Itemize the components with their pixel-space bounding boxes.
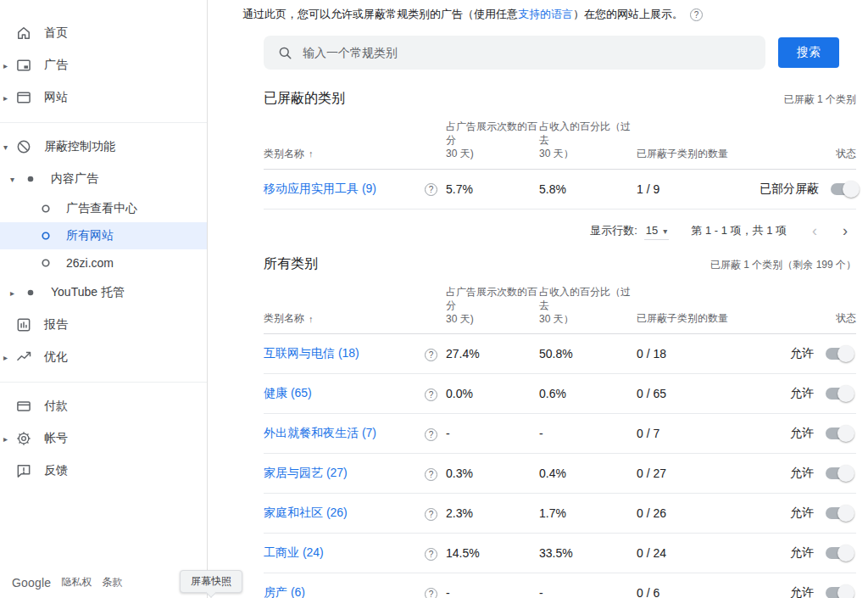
sidebar-item-label: 反馈	[44, 463, 68, 478]
impressions-value: -	[446, 586, 539, 598]
reports-icon	[15, 316, 32, 333]
header-blocked-count: 已屏蔽子类别的数量	[637, 311, 760, 326]
blocked-count-value: 0 / 26	[637, 506, 760, 520]
category-link[interactable]: 移动应用实用工具 (9)	[264, 182, 376, 195]
help-icon[interactable]	[425, 183, 437, 196]
sidebar-item-content-ads[interactable]: ▾ 内容广告	[0, 163, 207, 195]
home-icon	[15, 25, 32, 42]
toggle-knob	[837, 425, 854, 442]
block-toggle[interactable]	[826, 587, 853, 598]
help-icon[interactable]	[690, 8, 703, 21]
sidebar-item-label: 26zi.com	[66, 256, 114, 270]
search-box[interactable]	[264, 36, 765, 70]
circle-icon	[37, 200, 54, 217]
block-toggle[interactable]	[826, 348, 853, 360]
category-link[interactable]: 互联网与电信 (18)	[264, 346, 359, 360]
chevron-left-icon[interactable]	[812, 223, 817, 238]
impressions-value: 5.7%	[446, 182, 539, 196]
sidebar-item-ad-review-center[interactable]: 广告查看中心	[0, 195, 207, 222]
help-icon[interactable]	[425, 588, 437, 598]
sidebar-item-reports[interactable]: 报告	[0, 309, 207, 341]
category-link[interactable]: 房产 (6)	[264, 585, 305, 598]
expand-chevron-icon[interactable]: ▸	[3, 434, 15, 444]
category-link[interactable]: 健康 (65)	[264, 386, 312, 400]
expand-chevron-icon[interactable]: ▾	[3, 143, 15, 152]
rows-per-page-select[interactable]: 15	[644, 222, 670, 240]
rows-per-page-value: 15	[646, 224, 658, 237]
expand-chevron-icon[interactable]: ▸	[10, 288, 22, 298]
block-toggle[interactable]	[826, 507, 853, 519]
expand-chevron-icon[interactable]: ▸	[3, 93, 15, 103]
help-icon[interactable]	[425, 388, 437, 401]
revenue-value: 0.4%	[539, 467, 637, 480]
sidebar-item-payments[interactable]: 付款	[0, 390, 207, 422]
help-icon[interactable]	[425, 428, 437, 441]
revenue-value: 5.8%	[539, 182, 637, 196]
sidebar-item-all-sites[interactable]: 所有网站	[0, 222, 207, 249]
payments-icon	[15, 398, 32, 415]
sidebar-item-account[interactable]: ▸ 帐号	[0, 422, 207, 455]
sidebar-item-label: 网站	[44, 90, 68, 105]
blocked-count-value: 1 / 9	[637, 182, 760, 196]
sidebar-item-label: 内容广告	[51, 171, 98, 187]
header-category-name[interactable]: 类别名称	[264, 311, 304, 326]
sidebar-item-sites[interactable]: ▸ 网站	[0, 81, 207, 114]
category-link[interactable]: 外出就餐和夜生活 (7)	[264, 426, 376, 439]
category-link[interactable]: 工商业 (24)	[264, 545, 324, 559]
blocked-count-value: 0 / 6	[637, 586, 760, 598]
expand-chevron-icon[interactable]: ▸	[3, 353, 15, 362]
table-row: 互联网与电信 (18) 27.4% 50.8% 0 / 18 允许	[264, 334, 856, 374]
expand-chevron-icon[interactable]: ▾	[10, 175, 22, 184]
screenshot-tooltip[interactable]: 屏幕快照	[180, 570, 242, 593]
table-header: 类别名称 占广告展示次数的百分 30 天) 占收入的百分比（过去 30 天） 已…	[264, 108, 856, 170]
table-row: 家居与园艺 (27) 0.3% 0.4% 0 / 27 允许	[264, 454, 856, 494]
status-label: 已部分屏蔽	[760, 182, 819, 197]
category-link[interactable]: 家居与园艺 (27)	[264, 466, 348, 479]
sidebar-item-label: 广告查看中心	[66, 201, 137, 216]
revenue-value: 0.6%	[539, 387, 637, 400]
sidebar-footer: Google 隐私权 条款	[12, 575, 122, 590]
category-link[interactable]: 家庭和社区 (26)	[264, 506, 348, 519]
toggle-knob	[837, 385, 854, 402]
toggle-knob	[837, 545, 854, 562]
help-icon[interactable]	[425, 349, 437, 361]
block-toggle[interactable]	[826, 388, 853, 400]
block-toggle[interactable]	[826, 428, 853, 439]
chevron-right-icon[interactable]	[843, 223, 848, 238]
block-toggle[interactable]	[831, 183, 858, 195]
adsense-blocking-controls-page: 首页 ▸ 广告 ▸ 网站 ▾ 屏蔽控制功能	[0, 0, 868, 598]
pagination: 显示行数: 15 第 1 - 1 项，共 1 项	[264, 210, 856, 250]
header-category-name[interactable]: 类别名称	[264, 147, 304, 161]
privacy-link[interactable]: 隐私权	[61, 575, 92, 590]
help-icon[interactable]	[425, 508, 437, 521]
sidebar-item-feedback[interactable]: 反馈	[0, 455, 207, 487]
search-button[interactable]: 搜索	[778, 37, 839, 68]
supported-languages-link[interactable]: 支持的语言	[518, 7, 573, 22]
table-row: 房产 (6) - - 0 / 6 允许	[264, 573, 856, 598]
intro-text-after: ）在您的网站上展示。	[573, 7, 683, 22]
rows-per-page-label: 显示行数:	[590, 223, 637, 238]
table-row: 家庭和社区 (26) 2.3% 1.7% 0 / 26 允许	[264, 494, 856, 534]
expand-chevron-icon[interactable]: ▸	[3, 61, 15, 70]
category-search-input[interactable]	[303, 46, 752, 59]
header-status: 状态	[760, 147, 856, 161]
sidebar-item-ads[interactable]: ▸ 广告	[0, 49, 207, 81]
sidebar-item-label: 优化	[44, 349, 68, 365]
toggle-knob	[837, 465, 854, 482]
revenue-value: -	[539, 586, 637, 598]
help-icon[interactable]	[425, 468, 437, 481]
terms-link[interactable]: 条款	[102, 575, 122, 590]
sidebar-item-26zi-com[interactable]: 26zi.com	[0, 249, 207, 277]
sidebar-item-optimization[interactable]: ▸ 优化	[0, 341, 207, 373]
status-label: 允许	[790, 545, 814, 561]
block-toggle[interactable]	[826, 547, 853, 559]
block-toggle[interactable]	[826, 467, 853, 479]
impressions-value: 14.5%	[446, 546, 539, 560]
sidebar-item-youtube-hosted[interactable]: ▸ YouTube 托管	[0, 277, 207, 309]
sidebar-item-label: 屏蔽控制功能	[44, 139, 115, 154]
sidebar-item-blocking-controls[interactable]: ▾ 屏蔽控制功能	[0, 131, 207, 163]
search-row: 搜索	[264, 36, 839, 70]
sidebar-item-home[interactable]: 首页	[0, 17, 207, 49]
help-icon[interactable]	[425, 548, 437, 561]
blocked-count-value: 0 / 27	[637, 467, 760, 480]
